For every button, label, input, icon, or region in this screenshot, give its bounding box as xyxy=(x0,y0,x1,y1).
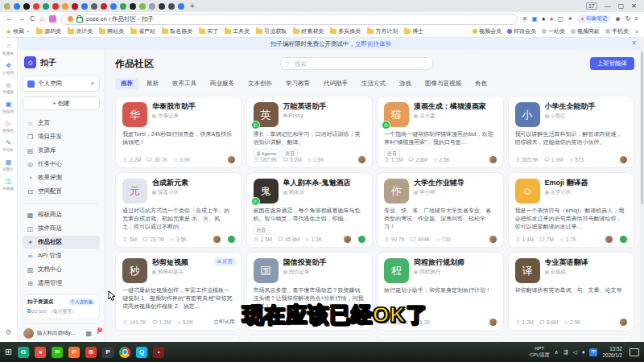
user-row[interactable]: 猫人和尚@n8y… ▦ ◔9 xyxy=(23,323,100,339)
tab-2[interactable]: 效率工具 xyxy=(167,78,202,89)
banner-close-icon[interactable]: ✕ xyxy=(631,39,637,47)
agent-card[interactable]: 小 小学生全能助手 小智Q 我可以讲解生活百科知识，解答课内疑难，陪你聊天，还能… xyxy=(508,96,635,168)
forward-button[interactable]: → xyxy=(18,15,25,23)
gear-icon[interactable]: ⚙ xyxy=(5,328,11,336)
agent-card[interactable]: 值 值得买AI购物管家-张大妈 xyxy=(246,335,374,337)
qr-code-icon[interactable]: ▦ xyxy=(86,330,93,337)
sidebar-item-evaluation[interactable]: ◔效果评测 xyxy=(23,171,100,184)
agent-card[interactable]: ⊞ 应用 媒 自媒体运营大师V2 xyxy=(508,335,635,337)
browser-tab[interactable] xyxy=(101,3,107,10)
browser-tab[interactable] xyxy=(52,3,59,10)
workspace-selector[interactable]: 个人空间 ▼ xyxy=(23,76,100,92)
sidebar-item-api-management[interactable]: ∞API 管理 xyxy=(23,249,100,262)
agent-card[interactable]: 元 合成新元素 深蓝小区 通过对话的方式玩一个类似「合成上帝」的元素合成游戏。初… xyxy=(115,172,242,248)
browser-tab[interactable] xyxy=(139,3,146,10)
tab-3[interactable]: 商业服务 xyxy=(204,78,240,89)
menu-icon[interactable]: ≡ xyxy=(634,15,638,23)
sidebar-item-space-config[interactable]: ⊡空间配置 xyxy=(23,185,100,198)
browser-tab[interactable] xyxy=(4,3,10,10)
bookmark-folder[interactable]: 省产站 xyxy=(130,27,155,35)
taskbar-app-icon[interactable]: Q xyxy=(136,347,147,358)
sidebar-item-general-management[interactable]: ⊞通用管理 xyxy=(23,277,100,290)
sidebar-item-template-store[interactable]: ▦模板商店 xyxy=(23,208,100,221)
url-text[interactable]: coze.cn / 作品社区 - 扣子 xyxy=(86,15,154,23)
bookmark-folder[interactable]: 源码类 xyxy=(36,27,61,35)
ext-dot-pink-icon[interactable]: ● xyxy=(550,15,554,23)
tab-5[interactable]: 学习教育 xyxy=(280,78,316,89)
tab-1[interactable]: 最新 xyxy=(141,78,164,89)
tab-0[interactable]: 推荐 xyxy=(115,78,138,89)
browser-tab[interactable] xyxy=(168,3,175,10)
tab-10[interactable]: 角色 xyxy=(469,78,493,89)
agent-card[interactable]: 华 华泰股市助手 华泰证券 我是Tomi，24h秒回行情查盘，快来A股快乐搞钱吧… xyxy=(115,96,242,168)
browser-tab[interactable] xyxy=(43,3,49,10)
taskbar-app-icon[interactable]: ✉ xyxy=(52,347,63,358)
bookmark-folder[interactable]: 工具类 xyxy=(225,27,250,35)
browser-tab[interactable] xyxy=(178,3,184,10)
agent-card[interactable]: 鬼✆ 单人剧本杀-鬼魅酒店 周冰冰 被困在诡异酒店，每个角落都藏着诡异与危机。智… xyxy=(246,172,374,248)
sidebar-item-resource-library[interactable]: ▤资源库 xyxy=(23,144,100,157)
bookmark-item[interactable]: 视频同款 xyxy=(571,27,600,35)
browser-tab[interactable] xyxy=(23,3,30,10)
taskbar-app-icon[interactable]: B xyxy=(85,347,97,358)
bookmark-item[interactable]: 视频会员 xyxy=(473,27,502,35)
bookmark-item[interactable]: 手机类 xyxy=(605,27,629,35)
sidebar-item-task-center[interactable]: ◎任务中心 xyxy=(23,158,100,171)
search-box[interactable]: ○ xyxy=(279,57,433,70)
agent-card[interactable]: 猫✆ 漫画生成：橘猫漫画家 吴小孟 一个指绘一键帮你制作猫咪漫画的bot，欢迎来… xyxy=(377,96,504,168)
close-button[interactable]: ✕ xyxy=(631,2,637,10)
sync-icon[interactable]: ↻ xyxy=(625,15,631,23)
taskbar-app-icon[interactable]: ● xyxy=(35,347,46,358)
extension-icon[interactable] xyxy=(49,15,56,23)
rail-item[interactable]: ❖小程序 xyxy=(2,63,15,76)
tab-4[interactable]: 文本创作 xyxy=(242,78,278,89)
tab-6[interactable]: 代码助手 xyxy=(318,78,353,89)
speaker-icon[interactable]: ◁ xyxy=(573,349,577,356)
browser-tab[interactable] xyxy=(72,3,78,10)
bookmark-folder[interactable]: 博士 xyxy=(404,27,423,35)
browser-tab[interactable] xyxy=(149,3,155,10)
tab-9[interactable]: 图像与音视频 xyxy=(419,78,467,89)
home-button[interactable]: ⌂ xyxy=(40,15,44,23)
favorites-menu[interactable]: ★收藏▼ xyxy=(6,27,30,35)
tab-counter[interactable]: 17 xyxy=(586,2,597,10)
reload-button[interactable]: C xyxy=(30,15,35,23)
browser-tab[interactable] xyxy=(81,3,88,10)
sidebar-item-plugin-store[interactable]: ◫插件商店 xyxy=(23,222,100,235)
tray-expand-icon[interactable]: ∧ xyxy=(555,349,559,356)
agent-card[interactable]: 水 水滴信用 xyxy=(377,335,504,337)
new-tab-button[interactable]: + xyxy=(190,2,195,10)
agent-card[interactable]: 红 小红书账号拆解神器 xyxy=(115,335,242,337)
search-input[interactable] xyxy=(293,60,427,68)
sidebar-item-works-community[interactable]: ✦作品社区 xyxy=(23,236,100,249)
taskbar-app-icon[interactable]: P xyxy=(102,347,114,358)
bookmark-folder[interactable]: 引流获取 xyxy=(256,27,287,35)
create-button[interactable]: + 创建 xyxy=(23,97,100,110)
maximize-button[interactable]: ▢ xyxy=(618,2,625,10)
tab-8[interactable]: 游戏 xyxy=(394,78,417,89)
bookmark-item[interactable]: 一站类 xyxy=(542,27,565,35)
browser-tab[interactable] xyxy=(159,3,165,10)
rail-item[interactable]: ✎AI写作 xyxy=(2,140,14,153)
back-button[interactable]: ← xyxy=(6,15,13,23)
ext-dot-dark-icon[interactable]: ● xyxy=(542,15,546,23)
bookmark-folder[interactable]: 方舟计划 xyxy=(367,27,398,35)
omnibox[interactable]: coze.cn / 作品社区 - 扣子 xyxy=(61,14,518,25)
sidepanel-icon[interactable]: ▢ xyxy=(557,15,564,23)
tab-7[interactable]: 生活方式 xyxy=(356,78,391,89)
rail-item[interactable]: ◫AI视频 xyxy=(2,179,14,191)
profile-icon[interactable]: ☻ xyxy=(614,15,621,23)
sidebar-item-doc-center[interactable]: ▥文档中心 xyxy=(23,263,100,276)
agent-card[interactable]: 作 大学生作业辅导 学小帮 专业、快、准、广地辅导大学生各专业、各类型的考试、作… xyxy=(377,172,504,248)
mic-icon[interactable]: ♦ xyxy=(582,349,585,355)
sidebar-item-project-dev[interactable]: ❒项目开发 xyxy=(23,130,100,143)
browser-tab[interactable] xyxy=(120,3,126,10)
rail-item[interactable]: ▦AI图片 xyxy=(2,159,14,172)
agent-card[interactable]: ⊞ 应用 秒 秒剪短视频 剪映AI助手 一键式爆款短视频创作，丰富工作流模板一键… xyxy=(115,252,242,331)
rail-item[interactable]: ▷视频号 xyxy=(2,121,15,134)
browser-tab[interactable] xyxy=(130,3,136,10)
pin-icon[interactable]: ✦ xyxy=(568,15,573,23)
browser-tab[interactable] xyxy=(91,3,97,10)
taskbar-app-icon[interactable]: • xyxy=(153,347,164,358)
rail-item[interactable]: ☆收藏夹 xyxy=(2,43,15,56)
